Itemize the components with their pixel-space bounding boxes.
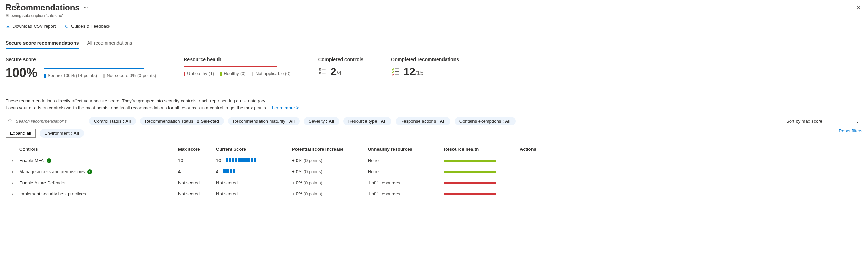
secure-score-value: 100% bbox=[6, 66, 37, 80]
filter-exemptions[interactable]: Contains exemptions : All bbox=[455, 117, 516, 125]
svg-point-2 bbox=[9, 119, 11, 122]
more-menu[interactable]: ··· bbox=[84, 5, 88, 10]
search-icon bbox=[8, 119, 12, 123]
control-name: Implement security best practices bbox=[19, 191, 178, 196]
filter-response-actions[interactable]: Response actions : All bbox=[396, 117, 450, 125]
learn-more-link[interactable]: Learn more > bbox=[272, 105, 299, 110]
sort-select[interactable]: Sort by max score ⌄ bbox=[783, 117, 862, 125]
tab-secure-score[interactable]: Secure score recommendations bbox=[6, 38, 79, 49]
current-score: Not scored bbox=[216, 180, 292, 185]
table-row[interactable]: ›Implement security best practicesNot sc… bbox=[6, 188, 862, 199]
chevron-down-icon: ⌄ bbox=[856, 119, 859, 124]
expand-chevron-icon[interactable]: › bbox=[6, 192, 19, 196]
unhealthy-resources: None bbox=[368, 169, 444, 174]
completed-controls-num: 2 bbox=[331, 66, 337, 77]
potential-increase: + 0% (0 points) bbox=[292, 158, 368, 163]
list-check-icon bbox=[391, 67, 400, 76]
max-score: Not scored bbox=[178, 180, 216, 185]
guides-feedback-button[interactable]: Guides & Feedback bbox=[64, 24, 110, 29]
description-line1: These recommendations directly affect yo… bbox=[6, 97, 862, 104]
max-score: 4 bbox=[178, 169, 216, 174]
close-button[interactable]: ✕ bbox=[855, 3, 862, 13]
max-score: 10 bbox=[178, 158, 216, 163]
page-subtitle: Showing subscription 'chtestao' bbox=[6, 13, 88, 18]
resource-health-bar bbox=[444, 171, 520, 173]
col-potential[interactable]: Potential score increase bbox=[292, 147, 368, 152]
col-health[interactable]: Resource health bbox=[444, 147, 520, 152]
resource-health-label: Resource health bbox=[184, 57, 291, 62]
current-score: 10 bbox=[216, 158, 292, 163]
col-unhealthy[interactable]: Unhealthy resources bbox=[368, 147, 444, 152]
completed-recs-num: 12 bbox=[403, 66, 415, 77]
completed-controls-label: Completed controls bbox=[318, 57, 363, 62]
current-score: 4 bbox=[216, 169, 292, 174]
secure-score-bar bbox=[44, 68, 144, 69]
svg-rect-0 bbox=[319, 68, 321, 70]
control-name: Enable Azure Defender bbox=[19, 180, 178, 185]
filter-resource-type[interactable]: Resource type : All bbox=[343, 117, 391, 125]
resource-health-bar bbox=[184, 66, 277, 67]
filter-maturity[interactable]: Recommendation maturity : All bbox=[228, 117, 300, 125]
secure-score-label: Secure score bbox=[6, 57, 156, 62]
tab-all-recommendations[interactable]: All recommendations bbox=[87, 38, 132, 49]
expand-chevron-icon[interactable]: › bbox=[6, 169, 19, 174]
table-row[interactable]: ›Enable MFA✓1010+ 0% (0 points)None bbox=[6, 155, 862, 166]
potential-increase: + 0% (0 points) bbox=[292, 180, 368, 185]
col-current-score[interactable]: Current Score bbox=[216, 147, 292, 152]
expand-chevron-icon[interactable]: › bbox=[6, 180, 19, 185]
resource-health-bar bbox=[444, 193, 520, 195]
col-controls[interactable]: Controls bbox=[19, 147, 178, 152]
filter-environment[interactable]: Environment : All bbox=[40, 129, 84, 138]
filter-severity[interactable]: Severity : All bbox=[304, 117, 339, 125]
expand-all-button[interactable]: Expand all bbox=[6, 129, 36, 138]
col-max-score[interactable]: Max score bbox=[178, 147, 216, 152]
table-row[interactable]: ›Enable Azure DefenderNot scoredNot scor… bbox=[6, 177, 862, 188]
unhealthy-resources: 1 of 1 resources bbox=[368, 180, 444, 185]
completed-badge-icon: ✓ bbox=[47, 158, 51, 163]
completed-recs-label: Completed recommendations bbox=[391, 57, 459, 62]
current-score: Not scored bbox=[216, 191, 292, 196]
completed-badge-icon: ✓ bbox=[87, 169, 92, 174]
hand-cursor-icon bbox=[14, 3, 21, 10]
reset-filters-link[interactable]: Reset filters bbox=[839, 128, 862, 133]
download-csv-button[interactable]: Download CSV report bbox=[6, 24, 56, 29]
unhealthy-resources: None bbox=[368, 158, 444, 163]
potential-increase: + 0% (0 points) bbox=[292, 191, 368, 196]
description-line2: Focus your efforts on controls worth the… bbox=[6, 105, 267, 110]
search-input[interactable] bbox=[6, 117, 85, 125]
resource-health-bar bbox=[444, 160, 520, 162]
control-name: Enable MFA✓ bbox=[19, 158, 178, 163]
control-name: Manage access and permissions✓ bbox=[19, 169, 178, 174]
expand-chevron-icon[interactable]: › bbox=[6, 158, 19, 163]
col-actions[interactable]: Actions bbox=[520, 147, 572, 152]
potential-increase: + 0% (0 points) bbox=[292, 169, 368, 174]
max-score: Not scored bbox=[178, 191, 216, 196]
filter-recommendation-status[interactable]: Recommendation status : 2 Selected bbox=[140, 117, 224, 125]
resource-health-bar bbox=[444, 182, 520, 184]
heart-icon bbox=[64, 24, 69, 29]
svg-rect-1 bbox=[319, 72, 321, 74]
filter-control-status[interactable]: Control status : All bbox=[89, 117, 136, 125]
unhealthy-resources: 1 of 1 resources bbox=[368, 191, 444, 196]
checklist-icon bbox=[318, 67, 327, 76]
download-icon bbox=[6, 24, 10, 29]
table-row[interactable]: ›Manage access and permissions✓44+ 0% (0… bbox=[6, 166, 862, 177]
